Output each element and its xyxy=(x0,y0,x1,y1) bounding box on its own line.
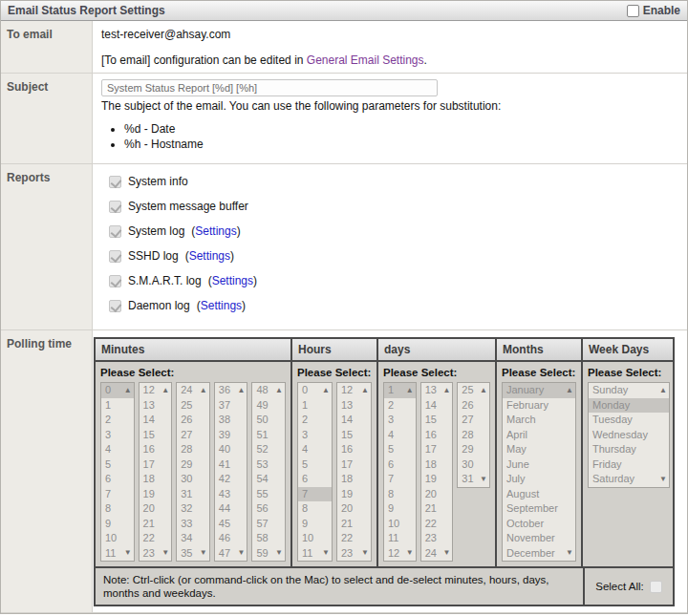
listbox-option[interactable]: 56 xyxy=(252,501,285,517)
listbox-option[interactable]: 6 xyxy=(101,472,134,487)
multiselect-listbox[interactable]: 01234567891011▲▼ xyxy=(100,382,135,562)
listbox-option[interactable]: 10 xyxy=(101,531,134,546)
multiselect-listbox[interactable]: 484950515253545556575859▲▼ xyxy=(251,382,286,562)
listbox-option[interactable]: 6 xyxy=(384,457,416,473)
listbox-option[interactable]: 14 xyxy=(140,413,172,428)
listbox-option[interactable]: Thursday xyxy=(589,442,669,457)
listbox-option[interactable]: 9 xyxy=(384,501,416,517)
listbox-option[interactable]: 8 xyxy=(298,501,332,517)
listbox-option[interactable]: 17 xyxy=(337,457,371,473)
listbox-option[interactable]: 14 xyxy=(337,413,371,428)
listbox-option[interactable]: August xyxy=(503,487,575,502)
listbox-option[interactable]: 20 xyxy=(421,487,453,502)
listbox-option[interactable]: 28 xyxy=(458,428,489,443)
listbox-option[interactable]: 44 xyxy=(215,501,247,517)
listbox-option[interactable]: June xyxy=(503,457,575,473)
listbox-option[interactable]: 1 xyxy=(298,398,332,414)
scroll-up-icon[interactable]: ▲ xyxy=(322,387,330,394)
listbox-option[interactable]: 7 xyxy=(298,487,332,502)
listbox-option[interactable]: November xyxy=(503,531,575,546)
listbox-option[interactable]: 10 xyxy=(384,517,416,532)
scroll-down-icon[interactable]: ▼ xyxy=(480,476,487,483)
listbox-option[interactable]: 13 xyxy=(140,398,172,414)
listbox-option[interactable]: 58 xyxy=(252,531,285,546)
listbox-option[interactable]: 22 xyxy=(337,531,371,546)
listbox-option[interactable]: 14 xyxy=(421,398,453,414)
listbox-option[interactable]: 6 xyxy=(298,472,332,487)
listbox-option[interactable]: Wednesday xyxy=(589,428,669,443)
report-checkbox[interactable] xyxy=(109,300,121,312)
listbox-option[interactable]: 49 xyxy=(252,398,285,414)
multiselect-listbox[interactable]: 01234567891011▲▼ xyxy=(297,382,333,562)
scroll-up-icon[interactable]: ▲ xyxy=(659,387,667,394)
scroll-down-icon[interactable]: ▼ xyxy=(361,549,369,557)
listbox-option[interactable]: 21 xyxy=(140,517,172,532)
scroll-up-icon[interactable]: ▲ xyxy=(161,387,169,394)
scroll-down-icon[interactable]: ▼ xyxy=(659,476,667,483)
scroll-down-icon[interactable]: ▼ xyxy=(406,549,414,557)
listbox-option[interactable]: 19 xyxy=(337,487,371,502)
listbox-option[interactable]: 3 xyxy=(101,428,134,443)
listbox-option[interactable]: March xyxy=(503,413,575,428)
report-checkbox[interactable] xyxy=(109,225,121,238)
listbox-option[interactable]: 22 xyxy=(421,517,453,532)
multiselect-listbox[interactable]: SundayMondayTuesdayWednesdayThursdayFrid… xyxy=(588,382,670,488)
listbox-option[interactable]: 3 xyxy=(298,428,332,443)
scroll-up-icon[interactable]: ▲ xyxy=(200,387,207,394)
listbox-option[interactable]: 18 xyxy=(140,472,172,487)
listbox-option[interactable]: 25 xyxy=(177,398,209,414)
listbox-option[interactable]: 39 xyxy=(215,428,247,443)
listbox-option[interactable]: 38 xyxy=(215,413,247,428)
listbox-option[interactable]: Friday xyxy=(589,457,669,473)
listbox-option[interactable]: 4 xyxy=(298,442,332,457)
listbox-option[interactable]: 54 xyxy=(252,472,285,487)
scroll-up-icon[interactable]: ▲ xyxy=(237,387,245,394)
listbox-option[interactable]: 55 xyxy=(252,487,285,502)
report-settings-link[interactable]: Settings xyxy=(195,224,236,238)
scroll-down-icon[interactable]: ▼ xyxy=(275,549,283,557)
listbox-option[interactable]: April xyxy=(503,428,575,443)
listbox-option[interactable]: 30 xyxy=(177,472,209,487)
listbox-option[interactable]: 4 xyxy=(101,442,134,457)
listbox-option[interactable]: 15 xyxy=(337,428,371,443)
listbox-option[interactable]: 20 xyxy=(337,501,371,517)
listbox-option[interactable]: January xyxy=(503,383,575,398)
listbox-option[interactable]: 26 xyxy=(458,398,489,414)
multiselect-listbox[interactable]: 131415161718192021222324▲▼ xyxy=(420,382,454,562)
scroll-up-icon[interactable]: ▲ xyxy=(361,387,369,394)
scroll-up-icon[interactable]: ▲ xyxy=(124,387,132,394)
report-settings-link[interactable]: Settings xyxy=(201,299,242,312)
multiselect-listbox[interactable]: 25262728293031▲▼ xyxy=(457,382,490,488)
listbox-option[interactable]: 16 xyxy=(421,428,453,443)
scroll-up-icon[interactable]: ▲ xyxy=(406,387,414,394)
scroll-up-icon[interactable]: ▲ xyxy=(566,387,573,394)
listbox-option[interactable]: September xyxy=(503,501,575,517)
listbox-option[interactable]: 42 xyxy=(215,472,247,487)
report-settings-link[interactable]: Settings xyxy=(212,274,253,287)
listbox-option[interactable]: 57 xyxy=(252,517,285,532)
listbox-option[interactable]: 8 xyxy=(384,487,416,502)
select-all-checkbox[interactable] xyxy=(650,581,662,593)
report-checkbox[interactable] xyxy=(109,201,121,213)
listbox-option[interactable]: 11 xyxy=(384,531,416,546)
report-settings-link[interactable]: Settings xyxy=(189,249,230,263)
listbox-option[interactable]: 18 xyxy=(337,472,371,487)
subject-input[interactable] xyxy=(101,79,438,96)
scroll-down-icon[interactable]: ▼ xyxy=(124,549,132,557)
listbox-option[interactable]: December xyxy=(503,546,575,562)
listbox-option[interactable]: 51 xyxy=(252,428,285,443)
listbox-option[interactable]: 29 xyxy=(458,442,489,457)
listbox-option[interactable]: 3 xyxy=(384,413,416,428)
listbox-option[interactable]: 30 xyxy=(458,457,489,473)
listbox-option[interactable]: 50 xyxy=(252,413,285,428)
listbox-option[interactable]: May xyxy=(503,442,575,457)
listbox-option[interactable]: 34 xyxy=(177,531,209,546)
listbox-option[interactable]: 46 xyxy=(215,531,247,546)
listbox-option[interactable]: Sunday xyxy=(589,383,669,398)
listbox-option[interactable]: 8 xyxy=(101,501,134,517)
listbox-option[interactable]: 1 xyxy=(101,398,134,414)
listbox-option[interactable]: February xyxy=(503,398,575,414)
listbox-option[interactable]: 5 xyxy=(101,457,134,473)
listbox-option[interactable]: 40 xyxy=(215,442,247,457)
listbox-option[interactable]: 4 xyxy=(384,428,416,443)
